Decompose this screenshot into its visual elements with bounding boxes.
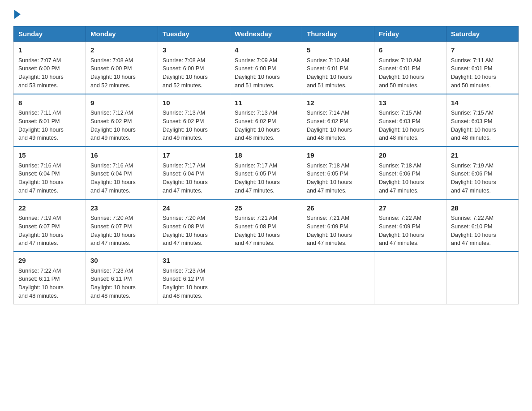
calendar-cell: 27Sunrise: 7:22 AMSunset: 6:09 PMDayligh…: [374, 199, 446, 252]
calendar-cell: [302, 252, 374, 304]
calendar-cell: [446, 252, 519, 304]
calendar-cell: 3Sunrise: 7:08 AMSunset: 6:00 PMDaylight…: [158, 42, 230, 94]
day-number: 30: [90, 256, 153, 266]
calendar-week-row: 8Sunrise: 7:11 AMSunset: 6:01 PMDaylight…: [14, 94, 519, 147]
day-number: 17: [163, 150, 225, 161]
day-number: 8: [18, 98, 81, 108]
calendar-cell: 19Sunrise: 7:18 AMSunset: 6:05 PMDayligh…: [302, 146, 374, 199]
calendar-cell: 16Sunrise: 7:16 AMSunset: 6:04 PMDayligh…: [86, 146, 158, 199]
day-number: 16: [90, 150, 153, 161]
day-number: 22: [18, 203, 81, 214]
column-header-friday: Friday: [374, 26, 446, 42]
calendar-cell: [374, 252, 446, 304]
logo-arrow-icon: [14, 10, 21, 19]
day-number: 10: [163, 98, 225, 108]
calendar-cell: 30Sunrise: 7:23 AMSunset: 6:11 PMDayligh…: [86, 252, 158, 304]
calendar-cell: 1Sunrise: 7:07 AMSunset: 6:00 PMDaylight…: [14, 42, 86, 94]
calendar-cell: 4Sunrise: 7:09 AMSunset: 6:00 PMDaylight…: [230, 42, 302, 94]
column-header-sunday: Sunday: [14, 26, 86, 42]
column-header-tuesday: Tuesday: [158, 26, 230, 42]
day-number: 15: [18, 150, 81, 161]
calendar-cell: 28Sunrise: 7:22 AMSunset: 6:10 PMDayligh…: [446, 199, 519, 252]
calendar-cell: 8Sunrise: 7:11 AMSunset: 6:01 PMDaylight…: [14, 94, 86, 147]
column-header-thursday: Thursday: [302, 26, 374, 42]
logo: [13, 9, 21, 17]
calendar-cell: 10Sunrise: 7:13 AMSunset: 6:02 PMDayligh…: [158, 94, 230, 147]
calendar-cell: 31Sunrise: 7:23 AMSunset: 6:12 PMDayligh…: [158, 252, 230, 304]
calendar-cell: 20Sunrise: 7:18 AMSunset: 6:06 PMDayligh…: [374, 146, 446, 199]
calendar-cell: 18Sunrise: 7:17 AMSunset: 6:05 PMDayligh…: [230, 146, 302, 199]
day-number: 28: [451, 203, 514, 214]
column-header-wednesday: Wednesday: [230, 26, 302, 42]
calendar-header-row: SundayMondayTuesdayWednesdayThursdayFrid…: [14, 26, 519, 42]
day-number: 23: [90, 203, 153, 214]
calendar-cell: 12Sunrise: 7:14 AMSunset: 6:02 PMDayligh…: [302, 94, 374, 147]
calendar-cell: 14Sunrise: 7:15 AMSunset: 6:03 PMDayligh…: [446, 94, 519, 147]
day-number: 21: [451, 150, 514, 161]
page-header: [13, 9, 519, 17]
day-number: 27: [379, 203, 442, 214]
calendar-cell: 15Sunrise: 7:16 AMSunset: 6:04 PMDayligh…: [14, 146, 86, 199]
calendar-cell: 11Sunrise: 7:13 AMSunset: 6:02 PMDayligh…: [230, 94, 302, 147]
calendar-cell: 29Sunrise: 7:22 AMSunset: 6:11 PMDayligh…: [14, 252, 86, 304]
day-number: 3: [163, 45, 225, 56]
day-number: 29: [18, 256, 81, 266]
calendar-cell: 24Sunrise: 7:20 AMSunset: 6:08 PMDayligh…: [158, 199, 230, 252]
calendar-cell: 23Sunrise: 7:20 AMSunset: 6:07 PMDayligh…: [86, 199, 158, 252]
day-number: 20: [379, 150, 442, 161]
calendar-cell: 13Sunrise: 7:15 AMSunset: 6:03 PMDayligh…: [374, 94, 446, 147]
day-number: 25: [235, 203, 297, 214]
day-number: 13: [379, 98, 442, 108]
day-number: 6: [379, 45, 442, 56]
day-number: 31: [163, 256, 225, 266]
calendar-cell: 17Sunrise: 7:17 AMSunset: 6:04 PMDayligh…: [158, 146, 230, 199]
day-number: 19: [307, 150, 369, 161]
column-header-monday: Monday: [86, 26, 158, 42]
day-number: 9: [90, 98, 153, 108]
calendar-cell: 6Sunrise: 7:10 AMSunset: 6:01 PMDaylight…: [374, 42, 446, 94]
calendar-cell: 2Sunrise: 7:08 AMSunset: 6:00 PMDaylight…: [86, 42, 158, 94]
day-number: 14: [451, 98, 514, 108]
day-number: 4: [235, 45, 297, 56]
calendar-table: SundayMondayTuesdayWednesdayThursdayFrid…: [13, 26, 519, 304]
day-number: 26: [307, 203, 369, 214]
calendar-cell: 9Sunrise: 7:12 AMSunset: 6:02 PMDaylight…: [86, 94, 158, 147]
calendar-cell: 21Sunrise: 7:19 AMSunset: 6:06 PMDayligh…: [446, 146, 519, 199]
calendar-cell: 5Sunrise: 7:10 AMSunset: 6:01 PMDaylight…: [302, 42, 374, 94]
calendar-week-row: 1Sunrise: 7:07 AMSunset: 6:00 PMDaylight…: [14, 42, 519, 94]
calendar-cell: [230, 252, 302, 304]
calendar-cell: 22Sunrise: 7:19 AMSunset: 6:07 PMDayligh…: [14, 199, 86, 252]
calendar-week-row: 15Sunrise: 7:16 AMSunset: 6:04 PMDayligh…: [14, 146, 519, 199]
calendar-week-row: 22Sunrise: 7:19 AMSunset: 6:07 PMDayligh…: [14, 199, 519, 252]
calendar-cell: 26Sunrise: 7:21 AMSunset: 6:09 PMDayligh…: [302, 199, 374, 252]
day-number: 7: [451, 45, 514, 56]
calendar-cell: 25Sunrise: 7:21 AMSunset: 6:08 PMDayligh…: [230, 199, 302, 252]
column-header-saturday: Saturday: [446, 26, 519, 42]
calendar-cell: 7Sunrise: 7:11 AMSunset: 6:01 PMDaylight…: [446, 42, 519, 94]
day-number: 11: [235, 98, 297, 108]
day-number: 1: [18, 45, 81, 56]
calendar-week-row: 29Sunrise: 7:22 AMSunset: 6:11 PMDayligh…: [14, 252, 519, 304]
day-number: 18: [235, 150, 297, 161]
day-number: 24: [163, 203, 225, 214]
day-number: 12: [307, 98, 369, 108]
day-number: 5: [307, 45, 369, 56]
day-number: 2: [90, 45, 153, 56]
